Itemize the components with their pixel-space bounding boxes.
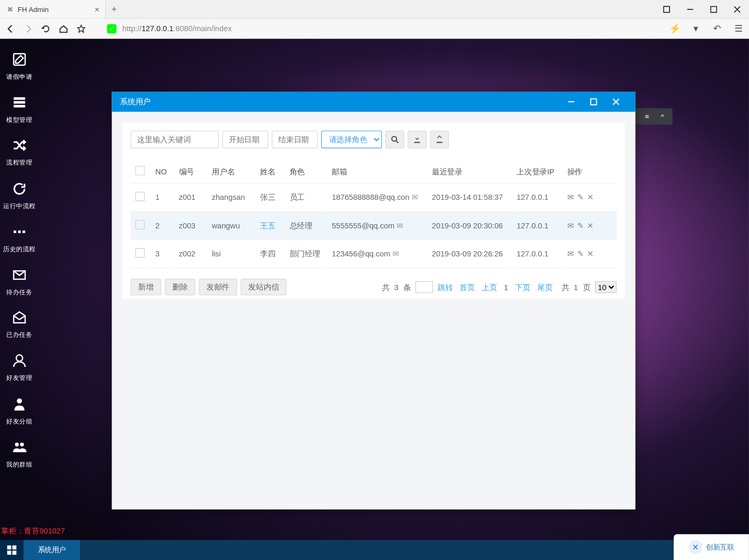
email-icon[interactable]: ✉ [412, 193, 418, 202]
svg-rect-8 [13, 101, 25, 104]
page-viewport: 请假申请模型管理流程管理运行中流程历史的流程待办任务已办任务好友管理好友分组我的… [0, 39, 749, 560]
sidebar-item-5[interactable]: 待办任务 [0, 262, 39, 301]
cell-name: 李四 [255, 240, 285, 268]
home-button[interactable] [58, 23, 70, 35]
cell-code: z003 [174, 211, 207, 239]
cell-email: 5555555@qq.com ✉ [327, 211, 427, 239]
cell-role: 员工 [285, 183, 328, 211]
cell-name-link[interactable]: 王五 [260, 221, 275, 230]
email-icon[interactable]: ✉ [392, 250, 399, 258]
sidebar-item-1[interactable]: 模型管理 [0, 90, 39, 129]
cell-last-login: 2019-03-09 20:30:06 [427, 211, 512, 239]
row-checkbox[interactable] [135, 220, 145, 229]
row-mail-icon[interactable]: ✉ [567, 193, 574, 202]
sidebar-item-label: 历史的流程 [3, 245, 35, 253]
cell-email: 123456@qq.com ✉ [327, 240, 427, 268]
svg-point-14 [16, 355, 22, 361]
pager-jump-input[interactable] [415, 281, 433, 293]
sidebar-item-label: 好友管理 [6, 374, 32, 382]
sidebar-item-0[interactable]: 请假申请 [0, 47, 39, 86]
role-select[interactable]: 请选择角色 [321, 131, 382, 148]
row-checkbox[interactable] [135, 248, 145, 257]
row-delete-icon[interactable]: ✕ [587, 221, 593, 230]
send-mail-button[interactable]: 发邮件 [199, 279, 237, 295]
keyword-input[interactable] [131, 131, 219, 148]
col-username: 用户名 [207, 160, 255, 183]
sidebar-item-4[interactable]: 历史的流程 [0, 220, 39, 258]
row-delete-icon[interactable]: ✕ [587, 193, 593, 202]
pager-next[interactable]: 下页 [515, 283, 530, 292]
row-delete-icon[interactable]: ✕ [587, 250, 593, 258]
chevron-down-icon[interactable]: ▾ [690, 23, 702, 35]
row-edit-icon[interactable]: ✎ [577, 250, 583, 258]
modal-close-button[interactable] [605, 98, 627, 105]
pager-size-select[interactable]: 10 [595, 281, 617, 293]
row-edit-icon[interactable]: ✎ [577, 193, 583, 202]
dots-icon [12, 224, 27, 242]
browser-tab[interactable]: ⌘ FH Admin × [0, 0, 106, 18]
row-mail-icon[interactable]: ✉ [567, 221, 574, 230]
sidebar-item-label: 运行中流程 [3, 202, 35, 210]
search-button[interactable] [385, 131, 404, 148]
start-button[interactable] [0, 540, 23, 560]
modal-maximize-button[interactable] [582, 98, 605, 105]
sidebar-item-label: 好友分组 [6, 417, 32, 425]
sidebar: 请假申请模型管理流程管理运行中流程历史的流程待办任务已办任务好友管理好友分组我的… [0, 39, 39, 560]
close-button[interactable] [726, 0, 749, 18]
sidebar-item-7[interactable]: 好友管理 [0, 348, 39, 387]
tab-close-icon[interactable]: × [94, 5, 99, 14]
menu-icon[interactable]: ☰ [732, 23, 744, 35]
select-all-checkbox[interactable] [135, 166, 145, 175]
row-edit-icon[interactable]: ✎ [577, 221, 583, 230]
email-icon[interactable]: ✉ [397, 221, 403, 230]
sidebar-item-2[interactable]: 流程管理 [0, 133, 39, 172]
sidebar-item-8[interactable]: 好友分组 [0, 391, 39, 430]
pager-first[interactable]: 首页 [459, 283, 474, 292]
add-button[interactable]: 新增 [131, 279, 161, 295]
refresh-button[interactable] [40, 23, 52, 35]
cell-last-ip: 127.0.0.1 [512, 183, 562, 211]
window-controls [655, 0, 749, 18]
download-button[interactable] [408, 131, 427, 148]
sidebar-item-6[interactable]: 已办任务 [0, 305, 39, 344]
user-table: NO 编号 用户名 姓名 角色 邮箱 最近登录 上次登录IP 操作 [131, 160, 617, 268]
undo-icon[interactable]: ↶ [711, 23, 723, 35]
cell-no: 1 [151, 183, 174, 211]
list-icon[interactable]: ≡ [641, 110, 653, 123]
delete-button[interactable]: 删除 [165, 279, 195, 295]
cell-name: 王五 [255, 211, 285, 239]
svg-rect-12 [23, 230, 25, 233]
new-tab-button[interactable]: + [106, 0, 122, 18]
extension-icon[interactable] [655, 0, 678, 18]
pager-prev[interactable]: 上页 [482, 283, 497, 292]
minimize-button[interactable] [678, 0, 702, 18]
taskbar-item[interactable]: 系统用户 [23, 540, 80, 560]
col-last-login: 最近登录 [427, 160, 512, 183]
pager-last[interactable]: 尾页 [537, 283, 552, 292]
start-date-input[interactable] [222, 131, 268, 148]
forward-button[interactable] [22, 23, 34, 35]
edit-icon [12, 52, 27, 70]
svg-point-16 [15, 443, 19, 446]
sidebar-item-3[interactable]: 运行中流程 [0, 176, 39, 215]
chevron-up-icon[interactable]: ^ [656, 110, 669, 123]
row-checkbox[interactable] [135, 192, 145, 201]
maximize-button[interactable] [702, 0, 725, 18]
sidebar-item-label: 流程管理 [6, 159, 32, 167]
end-date-input[interactable] [272, 131, 318, 148]
flash-icon[interactable]: ⚡ [669, 23, 681, 35]
modal-minimize-button[interactable] [560, 98, 582, 105]
upload-button[interactable] [430, 131, 449, 148]
row-mail-icon[interactable]: ✉ [567, 250, 574, 258]
svg-line-23 [396, 141, 399, 143]
sidebar-item-label: 请假申请 [6, 73, 32, 81]
sidebar-item-9[interactable]: 我的群组 [0, 434, 39, 473]
send-msg-button[interactable]: 发站内信 [241, 279, 287, 295]
col-email: 邮箱 [327, 160, 427, 183]
url-text[interactable]: http://127.0.0.1:8080/main/index [122, 24, 660, 33]
favorite-button[interactable] [75, 23, 87, 35]
pager-jump[interactable]: 跳转 [438, 283, 453, 292]
sidebar-item-label: 我的群组 [6, 460, 32, 468]
logo-icon: ✕ [688, 540, 702, 554]
back-button[interactable] [5, 23, 17, 35]
